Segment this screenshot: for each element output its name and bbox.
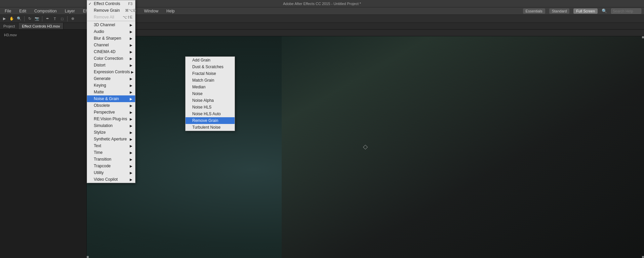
submenu-item-match-grain[interactable]: Match Grain [186,77,235,84]
arrow-synthetic: ▶ [130,137,132,141]
arrow-blur: ▶ [130,37,132,40]
shortcut-remove-grain: ⌘⌥E [125,8,135,13]
menu-item-trapcode[interactable]: Trapcode ▶ [87,163,135,169]
menu-item-audio[interactable]: Audio ▶ [87,28,135,35]
menu-item-transition[interactable]: Transition ▶ [87,156,135,163]
menu-item-utility[interactable]: Utility ▶ [87,169,135,176]
menu-item-video-copilot[interactable]: Video Copilot ▶ [87,176,135,183]
menu-label-synthetic: Synthetic Aperture [94,137,127,141]
menu-label-noise: Noise & Grain [94,96,119,101]
menu-label-channel: Channel [94,43,109,47]
menu-item-text[interactable]: Text ▶ [87,142,135,149]
menu-label-remove-grain: Remove Grain [94,8,120,13]
arrow-cinema4d: ▶ [130,50,132,54]
submenu-item-noise-hls-auto[interactable]: Noise HLS Auto [186,111,235,117]
arrow-noise: ▶ [130,97,132,101]
menu-item-3d-channel[interactable]: 3D Channel ▶ [87,22,135,28]
arrow-revision: ▶ [130,117,132,121]
menu-label-expression: Expression Controls [94,70,130,74]
submenu-item-median[interactable]: Median [186,84,235,90]
arrow-keying: ▶ [130,84,132,87]
menu-label-revision: RE:Vision Plug-ins [94,117,127,121]
menu-label-transition: Transition [94,157,111,162]
check-icon: ✓ [88,2,91,6]
menu-item-blur-sharpen[interactable]: Blur & Sharpen ▶ [87,35,135,42]
menu-label-trapcode: Trapcode [94,164,111,168]
submenu-noise-grain[interactable]: Add Grain Dust & Scratches Fractal Noise… [185,56,235,131]
arrow-time: ▶ [130,151,132,155]
submenu-item-noise-hls[interactable]: Noise HLS [186,104,235,111]
menu-item-keying[interactable]: Keying ▶ [87,82,135,89]
menu-item-noise-grain[interactable]: Noise & Grain ▶ [87,95,135,102]
menu-label-stylize: Stylize [94,130,106,135]
menu-item-simulation[interactable]: Simulation ▶ [87,122,135,129]
menu-label-obsolete: Obsolete [94,103,110,108]
arrow-stylize: ▶ [130,131,132,134]
menu-label-text: Text [94,143,101,148]
submenu-item-noise[interactable]: Noise [186,90,235,97]
arrow-trapcode: ▶ [130,164,132,168]
menu-item-effect-controls[interactable]: ✓ Effect Controls F3 [87,0,135,7]
menu-item-perspective[interactable]: Perspective ▶ [87,109,135,116]
menu-label-distort: Distort [94,63,106,68]
submenu-item-dust-scratches[interactable]: Dust & Scratches [186,63,235,70]
label-turbulent-noise: Turbulent Noise [192,125,220,130]
menu-item-generate[interactable]: Generate ▶ [87,75,135,82]
label-fractal-noise: Fractal Noise [192,71,216,76]
menu-label-simulation: Simulation [94,123,113,128]
submenu-item-fractal-noise[interactable]: Fractal Noise [186,70,235,77]
arrow-simulation: ▶ [130,124,132,128]
label-remove-grain: Remove Grain [192,118,218,123]
menu-label-perspective: Perspective [94,110,115,115]
menu-item-stylize[interactable]: Stylize ▶ [87,129,135,136]
arrow-obsolete: ▶ [130,104,132,108]
menu-item-remove-grain[interactable]: Remove Grain ⌘⌥E [87,7,135,14]
submenu-item-add-grain[interactable]: Add Grain [186,57,235,63]
shortcut-f3: F3 [128,2,132,6]
menu-item-matte[interactable]: Matte ▶ [87,89,135,95]
label-noise-hls-auto: Noise HLS Auto [192,112,221,116]
menu-item-synthetic-aperture[interactable]: Synthetic Aperture ▶ [87,136,135,142]
arrow-utility: ▶ [130,171,132,175]
shortcut-remove-all: ⌥⇧E [123,15,132,19]
submenu-item-remove-grain[interactable]: Remove Grain [186,117,235,124]
arrow-matte: ▶ [130,90,132,94]
menu-item-cinema4d[interactable]: CINEMA 4D ▶ [87,48,135,55]
arrow-video-copilot: ▶ [130,178,132,181]
menu-label-remove-all: Remove All [94,15,114,19]
arrow-audio: ▶ [130,30,132,34]
menu-label-color-correction: Color Correction [94,56,123,61]
submenu-item-turbulent-noise[interactable]: Turbulent Noise [186,124,235,131]
context-menu-overlay[interactable]: ✓ Effect Controls F3 Remove Grain ⌘⌥E Re… [0,0,644,258]
menu-label-audio: Audio [94,29,104,34]
menu-item-channel[interactable]: Channel ▶ [87,42,135,48]
menu-label-generate: Generate [94,76,111,81]
arrow-perspective: ▶ [130,111,132,114]
menu-label-cinema4d: CINEMA 4D [94,49,116,54]
context-menu-main[interactable]: ✓ Effect Controls F3 Remove Grain ⌘⌥E Re… [87,0,135,183]
menu-item-revision[interactable]: RE:Vision Plug-ins ▶ [87,116,135,122]
menu-label-keying: Keying [94,83,106,88]
menu-item-remove-all: Remove All ⌥⇧E [87,14,135,20]
label-noise: Noise [192,91,203,96]
arrow-distort: ▶ [130,63,132,67]
menu-label-effect-controls: Effect Controls [94,1,120,6]
label-match-grain: Match Grain [192,78,214,83]
menu-item-time[interactable]: Time ▶ [87,149,135,156]
menu-label-utility: Utility [94,170,104,175]
arrow-3d: ▶ [130,23,132,27]
arrow-text: ▶ [130,144,132,148]
menu-label-time: Time [94,150,103,155]
label-median: Median [192,85,205,89]
menu-item-distort[interactable]: Distort ▶ [87,62,135,69]
menu-label-blur: Blur & Sharpen [94,36,121,41]
menu-label-matte: Matte [94,90,104,94]
arrow-color: ▶ [130,57,132,60]
menu-item-expression-controls[interactable]: Expression Controls ▶ [87,69,135,75]
submenu-item-noise-alpha[interactable]: Noise Alpha [186,97,235,104]
label-dust-scratches: Dust & Scratches [192,64,224,69]
menu-item-obsolete[interactable]: Obsolete ▶ [87,102,135,109]
label-noise-alpha: Noise Alpha [192,98,214,103]
menu-item-color-correction[interactable]: Color Correction ▶ [87,55,135,62]
arrow-expression: ▶ [131,70,134,74]
